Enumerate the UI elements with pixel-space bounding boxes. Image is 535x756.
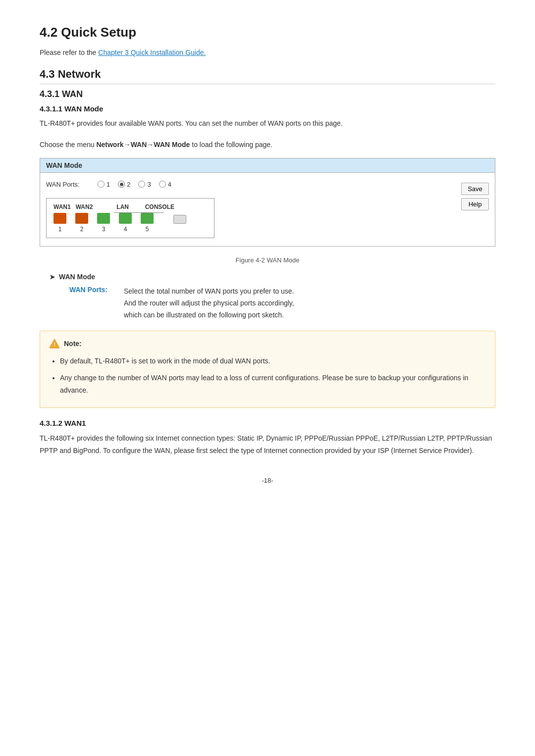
warning-icon: ! [49, 338, 60, 349]
radio-circle-1[interactable] [98, 181, 105, 188]
svg-text:!: ! [54, 342, 55, 348]
wan-ports-term: WAN Ports: [69, 286, 124, 294]
section-4312-text: TL-R480T+ provides the following six Int… [40, 432, 495, 457]
heading-4312: 4.3.1.2 WAN1 [40, 419, 495, 427]
radio-label-4: 4 [168, 181, 171, 188]
chapter3-link[interactable]: Chapter 3 Quick Installation Guide. [98, 49, 206, 56]
port-4: 4 [119, 213, 132, 233]
menu-instr-pre: Choose the menu [40, 141, 96, 149]
wan-mode-arrow-row: ➤ WAN Mode [50, 273, 495, 281]
menu-instr-post: to load the following page. [190, 141, 272, 149]
radio-group-wan-ports: 1 2 3 4 [98, 181, 171, 188]
radio-2[interactable]: 2 [118, 181, 130, 188]
wan1-label: WAN1 [54, 203, 71, 210]
note-header: ! Note: [49, 338, 486, 349]
wan-ports-desc-line2: And the router will adjust the physical … [124, 299, 294, 307]
section-4312: 4.3.1.2 WAN1 TL-R480T+ provides the foll… [40, 419, 495, 457]
console-port-block [173, 215, 186, 224]
port-5-block [141, 213, 154, 224]
port-2-number: 2 [80, 226, 84, 233]
heading-43: 4.3 Network [40, 68, 495, 84]
arrow-icon: ➤ [50, 273, 55, 281]
wan-ports-desc-line1: Select the total number of WAN ports you… [124, 287, 294, 295]
note-title: Note: [64, 340, 82, 348]
port-4-number: 4 [124, 226, 127, 233]
radio-circle-2[interactable] [118, 181, 125, 188]
note-box: ! Note: By default, TL-R480T+ is set to … [40, 331, 495, 408]
port-4-block [119, 213, 132, 224]
wan2-label: WAN2 [76, 203, 93, 210]
wan-mode-description: ➤ WAN Mode WAN Ports: Select the total n… [40, 273, 495, 321]
menu-instr-bold: Network→WAN→WAN Mode [96, 141, 190, 149]
port-3: 3 [97, 213, 110, 233]
wan-mode-panel-header: WAN Mode [40, 158, 495, 173]
port-5: 5 [141, 213, 154, 233]
radio-4[interactable]: 4 [159, 181, 171, 188]
console-port [173, 215, 186, 233]
heading-431: 4.3.1 WAN [40, 89, 495, 100]
radio-label-3: 3 [147, 181, 151, 188]
radio-label-2: 2 [127, 181, 130, 188]
wan-ports-label: WAN Ports: [46, 181, 86, 188]
wan-mode-panel: WAN Mode WAN Ports: 1 2 3 [40, 158, 495, 247]
page-number: -18- [40, 477, 495, 484]
port-3-number: 3 [102, 226, 106, 233]
radio-circle-4[interactable] [159, 181, 166, 188]
console-label: CONSOLE [145, 203, 174, 210]
wan-ports-desc-line3: which can be illustrated on the followin… [124, 311, 284, 319]
console-port-number [179, 226, 180, 233]
port-1: 1 [54, 213, 66, 233]
radio-1[interactable]: 1 [98, 181, 110, 188]
action-buttons: Save Help [461, 183, 489, 210]
port-1-number: 1 [58, 226, 62, 233]
wan-ports-section: WAN Ports: 1 2 3 [46, 181, 446, 239]
figure-caption: Figure 4-2 WAN Mode [40, 256, 495, 264]
port-2: 2 [75, 213, 88, 233]
help-button[interactable]: Help [461, 198, 489, 210]
note-item-2: Any change to the number of WAN ports ma… [60, 372, 486, 397]
intro-text-42: Please refer to the Chapter 3 Quick Inst… [40, 47, 495, 58]
wan-ports-def-row: WAN Ports: Select the total number of WA… [50, 286, 495, 321]
lan-label: LAN [112, 203, 129, 210]
intro-prefix: Please refer to the [40, 49, 98, 56]
menu-instruction: Choose the menu Network→WAN→WAN Mode to … [40, 139, 495, 151]
wanmode-desc: TL-R480T+ provides four available WAN po… [40, 118, 495, 129]
radio-label-1: 1 [107, 181, 110, 188]
lan-label-text: LAN [116, 203, 129, 210]
radio-3[interactable]: 3 [138, 181, 151, 188]
note-list: By default, TL-R480T+ is set to work in … [49, 355, 486, 397]
wan-mode-label: WAN Mode [59, 273, 95, 281]
port-1-block [54, 213, 66, 224]
port-5-number: 5 [146, 226, 149, 233]
ports-row: 1 2 3 4 [54, 213, 195, 233]
save-button[interactable]: Save [461, 183, 489, 195]
port-2-block [75, 213, 88, 224]
wan-ports-desc: Select the total number of WAN ports you… [124, 286, 294, 321]
port-3-block [97, 213, 110, 224]
radio-circle-3[interactable] [138, 181, 145, 188]
note-item-1: By default, TL-R480T+ is set to work in … [60, 355, 486, 367]
port-diagram: WAN1 WAN2 LAN CONSOLE [46, 198, 214, 239]
heading-42: 4.2 Quick Setup [40, 25, 495, 40]
heading-4311: 4.3.1.1 WAN Mode [40, 104, 495, 113]
